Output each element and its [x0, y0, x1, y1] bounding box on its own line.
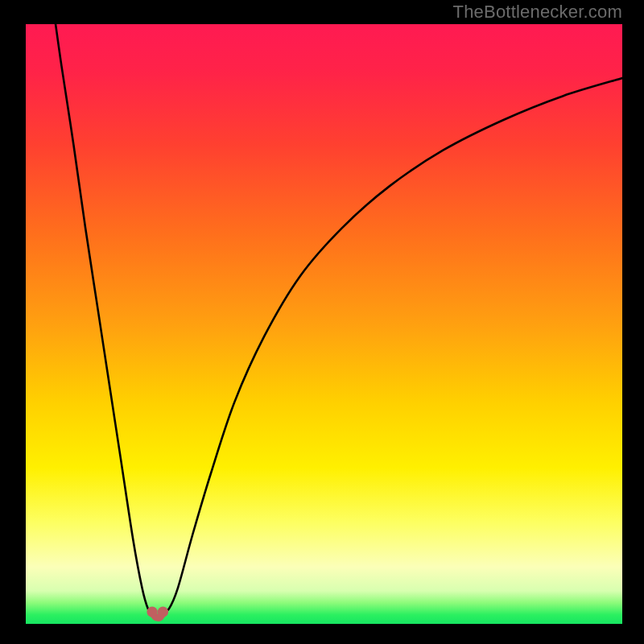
- watermark-text: TheBottlenecker.com: [453, 2, 622, 23]
- curve-left-branch: [56, 24, 152, 612]
- chart-svg: [26, 24, 622, 624]
- curve-right-branch: [163, 78, 622, 612]
- chart-container: TheBottlenecker.com: [0, 0, 644, 644]
- trough-marker-1: [158, 606, 168, 617]
- trough-marker-0: [147, 606, 157, 617]
- plot-area: [26, 24, 622, 624]
